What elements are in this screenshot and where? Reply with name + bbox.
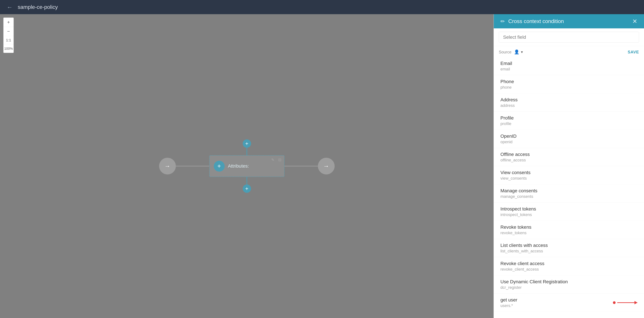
panel-header: ✏ Cross context condition ✕ xyxy=(494,14,644,28)
panel-title: Cross context condition xyxy=(508,18,564,24)
item-label: Introspect tokens xyxy=(500,206,637,212)
panel-pencil-icon: ✏ xyxy=(500,18,505,24)
item-value: offline_access xyxy=(500,158,637,162)
item-label: Manage consents xyxy=(500,188,637,193)
item-label: View consents xyxy=(500,170,637,175)
list-item[interactable]: Phone phone xyxy=(494,75,644,94)
flow-center-node-container: + + Attributes: ✎ ⊡ + xyxy=(209,139,284,193)
item-value: profile xyxy=(500,121,637,126)
zoom-ratio: 1:1 xyxy=(4,36,14,44)
zoom-percent: 100% xyxy=(4,44,14,53)
item-value: email xyxy=(500,67,637,71)
flow-right-node[interactable]: → xyxy=(318,158,334,174)
source-label: Source xyxy=(499,50,512,54)
node-actions: ✎ ⊡ xyxy=(270,157,283,163)
get-user-item[interactable]: get user users.* xyxy=(494,294,644,312)
item-value: revoke_tokens xyxy=(500,231,637,235)
red-arrow-annotation xyxy=(613,301,637,304)
dropdown-list: Email email Phone phone Address address … xyxy=(494,57,644,318)
list-item[interactable]: Revoke client access revoke_client_acces… xyxy=(494,257,644,275)
item-label: OpenID xyxy=(500,134,637,139)
flow-left-arrow-icon: → xyxy=(164,162,170,169)
flow-right-connector xyxy=(284,166,318,166)
node-label: Attributes: xyxy=(228,163,249,169)
search-container xyxy=(494,28,644,46)
add-below-button[interactable]: + xyxy=(243,184,251,193)
list-item[interactable]: Offline access offline_access xyxy=(494,148,644,166)
get-user-text: get user users.* xyxy=(500,297,613,308)
panel-close-button[interactable]: ✕ xyxy=(632,18,637,25)
red-arrow-line xyxy=(617,302,637,303)
item-value: revoke_client_access xyxy=(500,267,637,272)
source-user-icon: 👤 xyxy=(514,49,519,55)
item-label: get user xyxy=(500,297,613,303)
list-item[interactable]: OpenID openid xyxy=(494,130,644,148)
item-label: Profile xyxy=(500,115,637,121)
list-item[interactable]: View consents view_consents xyxy=(494,166,644,184)
list-item[interactable]: Introspect tokens introspect_tokens xyxy=(494,203,644,221)
item-value: phone xyxy=(500,85,637,90)
attributes-node-box[interactable]: + Attributes: ✎ ⊡ xyxy=(209,155,284,177)
item-value: openid xyxy=(500,140,637,144)
zoom-controls: + − 1:1 100% xyxy=(3,17,14,53)
vertical-line-bottom xyxy=(246,177,247,185)
item-label: Revoke tokens xyxy=(500,224,637,230)
list-item[interactable]: Profile profile xyxy=(494,112,644,130)
node-add-button[interactable]: + xyxy=(214,161,225,171)
list-item[interactable]: List clients with access list_clients_wi… xyxy=(494,239,644,257)
item-label: Email xyxy=(500,61,637,66)
source-chevron-icon: ▾ xyxy=(521,50,523,54)
node-delete-button[interactable]: ⊡ xyxy=(277,157,283,163)
app-title: sample-ce-policy xyxy=(18,4,58,10)
list-item[interactable]: Email email xyxy=(494,57,644,75)
item-value: manage_consents xyxy=(500,194,637,199)
item-label: Revoke client access xyxy=(500,261,637,266)
top-bar: ← sample-ce-policy xyxy=(0,0,644,14)
canvas-area: + − 1:1 100% → + + Attributes: ✎ xyxy=(0,14,494,318)
item-value: list_clients_with_access xyxy=(500,249,637,253)
flow-left-connector xyxy=(176,166,209,166)
save-button[interactable]: SAVE xyxy=(628,50,639,54)
search-input[interactable] xyxy=(499,32,639,43)
item-value: dcr_register xyxy=(500,285,637,290)
add-above-button[interactable]: + xyxy=(243,139,251,148)
vertical-line-top xyxy=(246,147,247,155)
panel-header-left: ✏ Cross context condition xyxy=(500,18,564,24)
list-item[interactable]: Revoke tokens revoke_tokens xyxy=(494,221,644,239)
list-item[interactable]: Address address xyxy=(494,94,644,112)
source-row: Source 👤 ▾ SAVE xyxy=(494,46,644,57)
right-panel: ✏ Cross context condition ✕ Source 👤 ▾ S… xyxy=(494,14,644,318)
node-edit-button[interactable]: ✎ xyxy=(270,157,276,163)
main-content: + − 1:1 100% → + + Attributes: ✎ xyxy=(0,14,644,318)
item-label: Phone xyxy=(500,79,637,84)
flow-left-node[interactable]: → xyxy=(159,158,176,174)
item-label: Address xyxy=(500,97,637,103)
back-button[interactable]: ← xyxy=(7,4,13,11)
item-value: address xyxy=(500,103,637,108)
flow-right-arrow-icon: → xyxy=(323,162,329,169)
source-selector[interactable]: 👤 ▾ xyxy=(514,49,523,55)
item-value: view_consents xyxy=(500,176,637,181)
item-value: introspect_tokens xyxy=(500,212,637,217)
zoom-in-button[interactable]: + xyxy=(4,18,14,27)
red-circle xyxy=(613,301,616,304)
list-item[interactable]: Manage consents manage_consents xyxy=(494,184,644,203)
zoom-minus-button[interactable]: − xyxy=(4,27,14,36)
list-item[interactable]: Use Dynamic Client Registration dcr_regi… xyxy=(494,275,644,294)
item-label: Offline access xyxy=(500,152,637,157)
item-label: Use Dynamic Client Registration xyxy=(500,279,637,285)
item-value: users.* xyxy=(500,303,613,308)
item-label: List clients with access xyxy=(500,243,637,248)
flow-diagram: → + + Attributes: ✎ ⊡ + xyxy=(159,139,334,193)
